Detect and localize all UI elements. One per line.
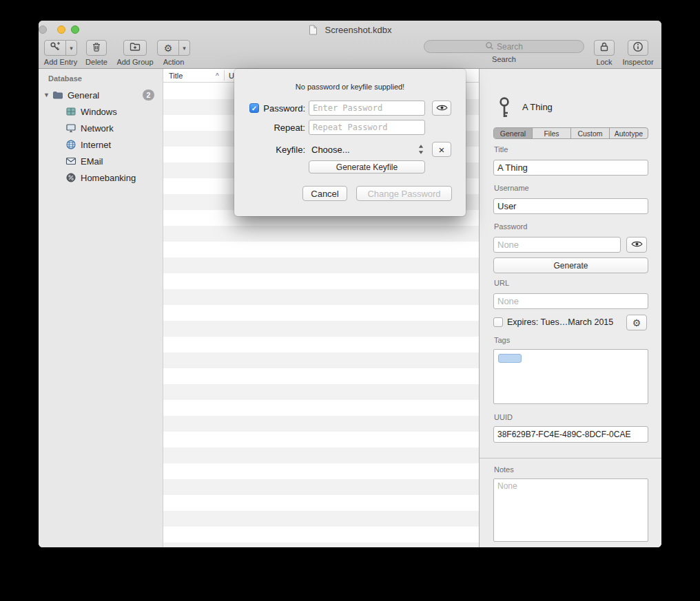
expires-checkbox[interactable] — [493, 317, 503, 327]
sidebar-item-label: Windows — [81, 107, 163, 117]
lock-icon — [599, 41, 610, 54]
change-password-button[interactable]: Change Password — [356, 186, 452, 201]
toolbar-label-add-entry: Add Entry — [44, 58, 77, 66]
stepper-icon[interactable] — [418, 144, 424, 155]
expires-label: Expires: Tues…March 2015 — [507, 317, 613, 327]
toolbar-label-add-group: Add Group — [116, 58, 153, 66]
tab-general[interactable]: General — [494, 128, 532, 138]
title-field-label: Title — [494, 145, 508, 154]
folder-icon — [52, 89, 63, 101]
title-bar: Screenshot.kdbx — [39, 21, 661, 39]
inspector-button[interactable] — [628, 40, 648, 56]
folder-plus-icon — [130, 41, 141, 54]
username-field[interactable] — [493, 198, 648, 214]
entry-count-badge: 2 — [143, 89, 154, 101]
tab-autotype[interactable]: Autotype — [609, 128, 648, 138]
tab-custom[interactable]: Custom — [570, 128, 609, 138]
toolbar-label-lock: Lock — [596, 58, 612, 66]
toolbar-delete-group: Delete — [84, 40, 109, 66]
document-icon — [309, 25, 318, 35]
sidebar-item-label: Network — [81, 123, 163, 134]
lock-button[interactable] — [594, 40, 615, 56]
sidebar-item-network[interactable]: Network — [39, 120, 163, 136]
toolbar-lock-group: Lock — [591, 40, 617, 66]
title-field[interactable] — [493, 160, 648, 176]
keyfile-label: Keyfile: — [260, 145, 305, 155]
sidebar-item-email[interactable]: EMail — [39, 153, 163, 169]
sidebar-item-general[interactable]: ▼ General 2 — [39, 87, 163, 103]
repeat-password-input[interactable] — [309, 120, 425, 135]
repeat-label: Repeat: — [260, 123, 305, 133]
add-group-button[interactable] — [123, 40, 147, 56]
uuid-field[interactable] — [493, 426, 648, 443]
sort-ascending-icon: ^ — [216, 72, 219, 80]
window-chrome: Screenshot.kdbx ▾ Add Entry Del — [39, 21, 661, 69]
column-header-username[interactable]: U — [229, 72, 234, 80]
sidebar-item-homebanking[interactable]: Homebanking — [39, 169, 163, 186]
tag-token[interactable] — [498, 354, 522, 363]
url-field-label: URL — [494, 279, 509, 287]
add-entry-dropdown-button[interactable]: ▾ — [65, 40, 77, 56]
toolbar-action-group: ⚙ ▾ Action — [157, 40, 190, 66]
password-field-label: Password — [494, 222, 527, 231]
notes-field-label: Notes — [494, 465, 514, 474]
entry-title: A Thing — [522, 102, 553, 112]
notes-field[interactable] — [493, 478, 648, 542]
toolbar-label-delete: Delete — [85, 58, 107, 66]
password-label: Password: — [260, 103, 305, 114]
windows-icon — [65, 106, 76, 117]
envelope-icon — [65, 156, 76, 167]
trash-icon — [91, 41, 102, 54]
sidebar-item-internet[interactable]: Internet — [39, 136, 163, 153]
search-icon — [485, 41, 494, 53]
tags-field[interactable] — [493, 349, 648, 404]
key-plus-icon — [50, 41, 61, 54]
disclosure-triangle-icon[interactable]: ▼ — [43, 92, 52, 98]
reveal-password-button[interactable] — [432, 101, 451, 116]
password-checkbox[interactable] — [249, 103, 259, 113]
sidebar-item-label: EMail — [81, 156, 163, 167]
reveal-password-button[interactable] — [626, 237, 647, 253]
toolbar-search-group: Search Search — [424, 40, 584, 63]
column-divider[interactable] — [224, 70, 225, 81]
username-field-label: Username — [494, 184, 529, 192]
gear-icon: ⚙ — [632, 318, 641, 328]
toolbar-label-inspector: Inspector — [622, 58, 653, 66]
sidebar: Database ▼ General 2 Windows Networ — [39, 69, 163, 547]
generate-password-button[interactable]: Generate — [493, 257, 648, 273]
add-entry-button[interactable] — [44, 40, 66, 56]
eye-icon — [631, 240, 643, 250]
change-password-sheet: No password or keyfile supplied! Passwor… — [234, 69, 466, 216]
expires-settings-button[interactable]: ⚙ — [626, 315, 647, 330]
search-input[interactable]: Search — [424, 40, 584, 53]
sidebar-item-label: General — [68, 90, 143, 101]
keyfile-popup[interactable]: Choose... — [311, 145, 350, 155]
eye-icon — [436, 103, 448, 114]
app-window: Screenshot.kdbx ▾ Add Entry Del — [39, 21, 661, 547]
inspector-divider — [480, 458, 661, 458]
gear-icon: ⚙ — [164, 43, 173, 53]
url-field[interactable] — [493, 293, 648, 309]
uuid-field-label: UUID — [494, 413, 513, 421]
close-x-icon: × — [439, 145, 445, 155]
action-dropdown-button[interactable]: ▾ — [178, 40, 190, 56]
globe-icon — [65, 139, 76, 150]
sidebar-item-label: Internet — [81, 140, 163, 150]
toolbar-inspector-group: Inspector — [619, 40, 657, 66]
delete-button[interactable] — [86, 40, 107, 56]
tab-files[interactable]: Files — [532, 128, 570, 138]
clear-keyfile-button[interactable]: × — [432, 142, 451, 157]
action-button[interactable]: ⚙ — [157, 40, 179, 56]
search-placeholder: Search — [497, 42, 523, 52]
generate-keyfile-button[interactable]: Generate Keyfile — [309, 160, 425, 173]
toolbar-add-group-group: Add Group — [116, 40, 154, 66]
inspector-panel: A Thing General Files Custom Autotype Ti… — [479, 69, 661, 547]
column-header-title[interactable]: Title — [169, 72, 183, 80]
password-field[interactable] — [493, 237, 621, 253]
cancel-button[interactable]: Cancel — [302, 186, 347, 201]
info-icon — [632, 41, 644, 54]
password-input[interactable] — [309, 101, 425, 116]
chevron-down-icon: ▾ — [183, 45, 186, 52]
sidebar-item-windows[interactable]: Windows — [39, 103, 163, 120]
sheet-message: No password or keyfile supplied! — [234, 83, 466, 91]
